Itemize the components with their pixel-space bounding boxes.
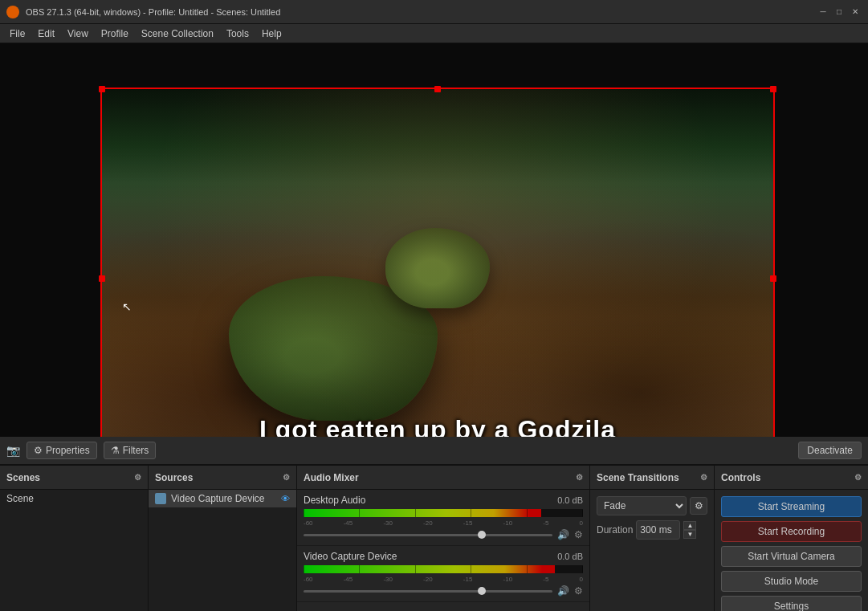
title-bar: OBS 27.1.3 (64-bit, windows) - Profile: … bbox=[0, 0, 868, 24]
properties-button[interactable]: ⚙ Properties bbox=[26, 442, 97, 459]
studio-mode-button[interactable]: Studio Mode bbox=[721, 571, 862, 592]
desktop-audio-header: Desktop Audio 0.0 dB bbox=[304, 495, 583, 506]
video-capture-audio-meter-fill bbox=[304, 565, 555, 573]
scene-transitions-header: Scene Transitions ⚙ bbox=[590, 466, 714, 490]
sources-config-icon[interactable]: ⚙ bbox=[283, 473, 290, 482]
duration-spinner: ▲ ▼ bbox=[683, 521, 696, 539]
close-button[interactable]: ✕ bbox=[849, 6, 862, 18]
sources-list: Video Capture Device 👁 bbox=[149, 490, 296, 611]
maximize-button[interactable]: □ bbox=[833, 6, 846, 18]
start-recording-button[interactable]: Start Recording bbox=[721, 521, 862, 542]
menu-file[interactable]: File bbox=[3, 24, 31, 43]
preview-image: I got eatten up by a Godzila bbox=[100, 88, 775, 437]
filters-label: Filters bbox=[123, 445, 149, 456]
menu-view[interactable]: View bbox=[61, 24, 95, 43]
desktop-volume-thumb[interactable] bbox=[478, 531, 486, 539]
scene-item-label: Scene bbox=[6, 493, 34, 504]
desktop-mute-button[interactable]: 🔊 bbox=[557, 529, 569, 540]
audio-mixer-panel: Audio Mixer ⚙ Desktop Audio 0.0 dB bbox=[297, 466, 590, 611]
controls-title: Controls bbox=[721, 472, 760, 483]
controls-header: Controls ⚙ bbox=[715, 466, 868, 490]
menu-help[interactable]: Help bbox=[255, 24, 288, 43]
desktop-audio-labels: -60 -45 -30 -20 -15 -10 -5 0 bbox=[304, 519, 583, 527]
app-icon bbox=[6, 6, 19, 18]
video-capture-audio-settings-button[interactable]: ⚙ bbox=[574, 585, 583, 597]
controls-buttons: Start Streaming Start Recording Start Vi… bbox=[715, 490, 868, 611]
filters-button[interactable]: ⚗ Filters bbox=[104, 442, 157, 459]
bottom-panels: Scenes ⚙ Scene + − ▲ ▼ Sources ⚙ Video C… bbox=[0, 465, 868, 611]
desktop-audio-meter-fill bbox=[304, 509, 541, 517]
properties-icon: ⚙ bbox=[34, 445, 43, 456]
desktop-audio-name: Desktop Audio bbox=[304, 495, 365, 506]
sources-title: Sources bbox=[155, 472, 193, 483]
duration-label: Duration bbox=[597, 524, 633, 536]
filters-icon: ⚗ bbox=[111, 445, 120, 456]
video-capture-audio-controls: 🔊 ⚙ bbox=[304, 585, 583, 597]
video-capture-volume-thumb[interactable] bbox=[478, 587, 486, 595]
scene-transitions-panel: Scene Transitions ⚙ Fade Cut Swipe Slide… bbox=[590, 466, 715, 611]
video-capture-audio-channel: Video Capture Device 0.0 dB -60 -45 -30 bbox=[297, 546, 589, 602]
audio-mixer-title: Audio Mixer bbox=[304, 472, 359, 483]
menu-tools[interactable]: Tools bbox=[220, 24, 255, 43]
desktop-audio-db: 0.0 dB bbox=[557, 495, 583, 505]
top-source-bar: 📷 ⚙ Properties ⚗ Filters Deactivate bbox=[0, 437, 868, 465]
scenes-panel: Scenes ⚙ Scene + − ▲ ▼ bbox=[0, 466, 149, 611]
video-capture-mute-button[interactable]: 🔊 bbox=[557, 585, 569, 597]
transition-type-select[interactable]: Fade Cut Swipe Slide Stinger bbox=[597, 496, 687, 515]
grid-line bbox=[582, 509, 583, 517]
video-capture-audio-meter bbox=[304, 565, 583, 573]
transition-gear-button[interactable]: ⚙ bbox=[690, 497, 707, 515]
video-capture-volume-slider[interactable] bbox=[304, 590, 552, 593]
menu-scene-collection[interactable]: Scene Collection bbox=[135, 24, 220, 43]
video-capture-audio-name: Video Capture Device bbox=[304, 551, 397, 562]
video-capture-audio-header: Video Capture Device 0.0 dB bbox=[304, 551, 583, 562]
source-visibility-icon[interactable]: 👁 bbox=[281, 494, 290, 503]
duration-row: Duration ▲ ▼ bbox=[597, 520, 707, 540]
video-capture-audio-db: 0.0 dB bbox=[557, 552, 583, 561]
transitions-content: Fade Cut Swipe Slide Stinger ⚙ Duration … bbox=[590, 490, 714, 611]
desktop-volume-slider[interactable] bbox=[304, 534, 552, 536]
scenes-title: Scenes bbox=[6, 472, 40, 483]
scene-transitions-title: Scene Transitions bbox=[597, 472, 679, 483]
scene-transitions-config-icon[interactable]: ⚙ bbox=[700, 473, 707, 482]
audio-mixer-config-icon[interactable]: ⚙ bbox=[576, 473, 583, 482]
duration-input[interactable] bbox=[636, 520, 680, 540]
menu-edit[interactable]: Edit bbox=[31, 24, 61, 43]
desktop-audio-controls: 🔊 ⚙ bbox=[304, 529, 583, 540]
scene-lighting bbox=[100, 88, 775, 437]
subtitle-overlay: I got eatten up by a Godzila bbox=[100, 415, 775, 437]
desktop-audio-settings-button[interactable]: ⚙ bbox=[574, 529, 583, 540]
scenes-header: Scenes ⚙ bbox=[0, 466, 148, 490]
window-title: OBS 27.1.3 (64-bit, windows) - Profile: … bbox=[26, 7, 810, 17]
settings-button[interactable]: Settings bbox=[721, 596, 862, 611]
audio-mixer-header: Audio Mixer ⚙ bbox=[297, 466, 589, 490]
camera-icon: 📷 bbox=[6, 444, 20, 457]
minimize-button[interactable]: ─ bbox=[817, 6, 829, 18]
start-streaming-button[interactable]: Start Streaming bbox=[721, 496, 862, 517]
duration-increment-button[interactable]: ▲ bbox=[683, 521, 696, 530]
grid-line bbox=[582, 565, 583, 573]
menu-profile[interactable]: Profile bbox=[95, 24, 135, 43]
window-controls: ─ □ ✕ bbox=[817, 6, 862, 18]
sources-panel: Sources ⚙ Video Capture Device 👁 + − ⚙ ▲… bbox=[149, 466, 297, 611]
sources-header: Sources ⚙ bbox=[149, 466, 296, 490]
source-item-video-capture[interactable]: Video Capture Device 👁 bbox=[149, 490, 296, 507]
menu-bar: File Edit View Profile Scene Collection … bbox=[0, 24, 868, 43]
scenes-config-icon[interactable]: ⚙ bbox=[134, 473, 141, 482]
start-virtual-camera-button[interactable]: Start Virtual Camera bbox=[721, 546, 862, 567]
desktop-audio-channel: Desktop Audio 0.0 dB -60 -45 -30 -20 bbox=[297, 490, 589, 546]
properties-label: Properties bbox=[46, 445, 90, 456]
deactivate-button[interactable]: Deactivate bbox=[798, 442, 862, 459]
video-capture-audio-labels: -60 -45 -30 -20 -15 -10 -5 0 bbox=[304, 576, 583, 583]
controls-panel: Controls ⚙ Start Streaming Start Recordi… bbox=[715, 466, 868, 611]
controls-config-icon[interactable]: ⚙ bbox=[854, 473, 862, 482]
preview-area: I got eatten up by a Godzila ↖ bbox=[0, 43, 868, 437]
scenes-list: Scene bbox=[0, 490, 148, 611]
preview-canvas[interactable]: I got eatten up by a Godzila ↖ bbox=[0, 43, 868, 437]
duration-decrement-button[interactable]: ▼ bbox=[683, 530, 696, 539]
scene-background: I got eatten up by a Godzila bbox=[100, 88, 775, 437]
transition-type-row: Fade Cut Swipe Slide Stinger ⚙ bbox=[597, 496, 707, 515]
source-item-label: Video Capture Device bbox=[171, 493, 265, 504]
scene-item-scene[interactable]: Scene bbox=[0, 490, 148, 507]
desktop-audio-meter bbox=[304, 509, 583, 517]
